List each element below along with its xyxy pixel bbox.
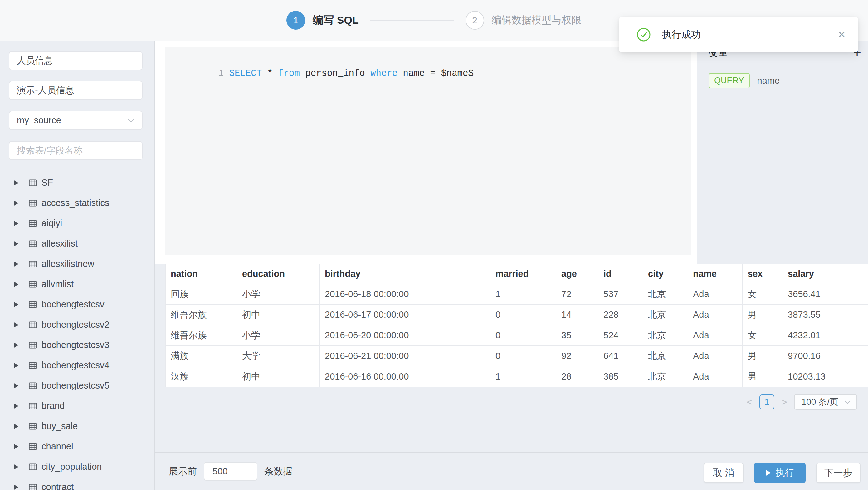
close-icon[interactable]: ✕ [837, 29, 846, 40]
table-cell: 2016-06-17 00:00:00 [320, 305, 491, 325]
table-name-label: bochengtestcsv [41, 299, 104, 310]
tree-item-bochengtestcsv4[interactable]: bochengtestcsv4 [0, 355, 154, 375]
tree-item-bochengtestcsv2[interactable]: bochengtestcsv2 [0, 315, 154, 335]
table-cell: 初中 [237, 366, 320, 387]
table-cell: 3873.55 [783, 305, 862, 325]
table-name-label: aiqiyi [41, 218, 62, 228]
tree-item-channel[interactable]: channel [0, 436, 154, 457]
table-cell: 0 [491, 325, 556, 346]
tree-item-brand[interactable]: brand [0, 396, 154, 416]
caret-right-icon[interactable] [14, 201, 19, 206]
caret-right-icon[interactable] [14, 180, 19, 186]
dataset-display-name-input[interactable] [9, 81, 143, 100]
table-icon [28, 239, 37, 248]
search-input[interactable] [9, 142, 142, 159]
table-icon [28, 259, 37, 269]
cancel-button[interactable]: 取 消 [704, 463, 744, 483]
table-icon [28, 462, 37, 471]
table-cell: 大学 [237, 346, 320, 366]
tree-item-city_population[interactable]: city_population [0, 457, 154, 477]
caret-right-icon[interactable] [14, 424, 19, 429]
table-row: 满族大学2016-06-21 00:00:00092641北京Ada男9700.… [166, 346, 868, 366]
next-step-button[interactable]: 下一步 [816, 463, 861, 483]
tree-item-allesxilist[interactable]: allesxilist [0, 234, 154, 254]
caret-right-icon[interactable] [14, 383, 19, 389]
tree-item-SF[interactable]: SF [0, 173, 154, 193]
caret-right-icon[interactable] [14, 484, 19, 490]
table-cell: 维吾尔族 [166, 325, 237, 346]
table-name-label: city_population [41, 462, 102, 472]
variable-name: name [757, 75, 780, 86]
caret-right-icon[interactable] [14, 403, 19, 409]
toast-message: 执行成功 [662, 28, 701, 41]
caret-right-icon[interactable] [14, 221, 19, 226]
tree-item-aiqiyi[interactable]: aiqiyi [0, 213, 154, 234]
table-cell: 小学 [237, 325, 320, 346]
variable-item[interactable]: QUERYname [709, 73, 868, 88]
step-edit-model[interactable]: 2 编辑数据模型与权限 [466, 11, 582, 30]
table-cell: 2016-06-20 00:00:00 [320, 325, 491, 346]
step-write-sql[interactable]: 1 编写 SQL [286, 11, 359, 30]
step-1-label: 编写 SQL [313, 13, 359, 27]
tree-item-buy_sale[interactable]: buy_sale [0, 416, 154, 436]
table-name-label: brand [41, 401, 65, 411]
column-header-salary: salary [783, 264, 862, 284]
table-gutter [862, 264, 868, 284]
caret-right-icon[interactable] [14, 302, 19, 307]
table-icon [28, 219, 37, 228]
table-tree: SFaccess_statisticsaiqiyiallesxilistalle… [0, 173, 154, 490]
caret-right-icon[interactable] [14, 241, 19, 247]
table-row: 维吾尔族初中2016-06-17 00:00:00014228北京Ada男387… [166, 305, 868, 325]
table-cell: 28 [556, 366, 598, 387]
table-cell: 2016-06-21 00:00:00 [320, 346, 491, 366]
caret-right-icon[interactable] [14, 444, 19, 450]
caret-right-icon[interactable] [14, 464, 19, 470]
tree-item-contract[interactable]: contract [0, 477, 154, 490]
table-cell: 满族 [166, 346, 237, 366]
table-cell: 北京 [643, 305, 688, 325]
table-gutter [862, 325, 868, 346]
caret-right-icon[interactable] [14, 281, 19, 287]
table-cell: 1 [491, 284, 556, 305]
sql-keyword: where [370, 68, 398, 79]
step-2-label: 编辑数据模型与权限 [492, 13, 582, 27]
tree-item-allesxilistnew[interactable]: allesxilistnew [0, 254, 154, 274]
row-limit-input[interactable] [204, 462, 257, 481]
table-cell: 524 [598, 325, 643, 346]
table-cell: Ada [688, 305, 743, 325]
table-header-row: nationeducationbirthdaymarriedageidcityn… [166, 264, 868, 284]
table-cell: 北京 [643, 284, 688, 305]
table-name-label: allesxilistnew [41, 259, 94, 269]
table-cell: 初中 [237, 305, 320, 325]
execute-button[interactable]: 执行 [754, 463, 806, 483]
footer-bar: 展示前 条数据 取 消 执行 下一步 [155, 452, 868, 490]
tree-item-allvmlist[interactable]: allvmlist [0, 274, 154, 294]
tree-item-bochengtestcsv5[interactable]: bochengtestcsv5 [0, 375, 154, 396]
prev-page-button[interactable]: < [745, 396, 754, 408]
table-name-label: bochengtestcsv3 [41, 340, 110, 350]
tree-item-bochengtestcsv[interactable]: bochengtestcsv [0, 294, 154, 315]
sql-line: 1SELECT * from person_info where name = … [165, 47, 691, 92]
step-2-number: 2 [472, 15, 477, 26]
tree-item-bochengtestcsv3[interactable]: bochengtestcsv3 [0, 335, 154, 355]
caret-right-icon[interactable] [14, 342, 19, 348]
column-header-name: name [688, 264, 743, 284]
sql-keyword: from [278, 68, 300, 79]
caret-right-icon[interactable] [14, 363, 19, 368]
next-page-button[interactable]: > [780, 396, 788, 408]
table-cell: Ada [688, 366, 743, 387]
tree-item-access_statistics[interactable]: access_statistics [0, 193, 154, 213]
table-name-label: buy_sale [41, 421, 78, 431]
datasource-select[interactable]: my_source [9, 111, 143, 130]
step-2-circle: 2 [466, 11, 484, 30]
table-name-label: channel [41, 441, 73, 452]
table-name-label: allesxilist [41, 239, 78, 249]
caret-right-icon[interactable] [14, 261, 19, 267]
execute-label: 执行 [776, 467, 794, 480]
caret-right-icon[interactable] [14, 322, 19, 328]
page-1-button[interactable]: 1 [760, 395, 774, 409]
page-size-select[interactable]: 100 条/页 [794, 394, 857, 410]
dataset-name-input[interactable] [9, 51, 143, 70]
play-icon [766, 470, 771, 476]
sql-editor[interactable]: 1SELECT * from person_info where name = … [165, 47, 691, 255]
